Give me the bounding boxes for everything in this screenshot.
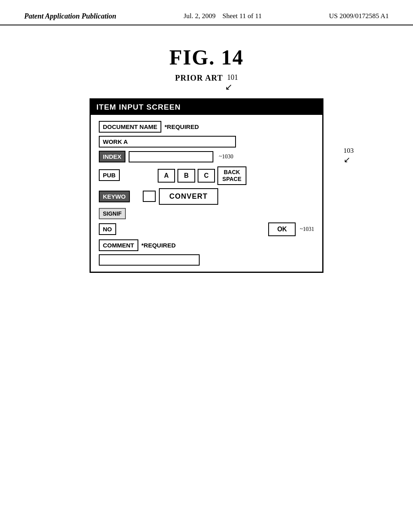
no-label: NO — [99, 223, 116, 235]
keyword-label: KEYWO — [99, 191, 130, 202]
publication-label: Patent Application Publication — [24, 12, 116, 21]
convert-row: CONVERT — [133, 188, 218, 205]
index-label: INDEX — [99, 151, 125, 162]
ref-103: 103 — [344, 147, 354, 155]
comment-required-label: *REQUIRED — [142, 242, 176, 249]
pub-row: PUB A B C BACKSPACE — [99, 166, 314, 185]
arrow-101: ↙ — [225, 82, 232, 92]
ok-ref: ~1031 — [300, 226, 314, 233]
convert-button[interactable]: CONVERT — [159, 188, 218, 205]
doc-name-label: DOCUMENT NAME — [99, 121, 161, 133]
doc-name-row: DOCUMENT NAME *REQUIRED — [99, 121, 314, 133]
ref-101: 101 — [227, 73, 238, 82]
keyword-row: KEYWO CONVERT — [99, 188, 314, 205]
signif-label: SIGNIF — [99, 208, 126, 219]
comment-label: COMMENT — [99, 239, 138, 251]
figure-title: FIG. 14 — [169, 46, 244, 69]
date-sheet-label: Jul. 2, 2009 Sheet 11 of 11 — [184, 12, 262, 20]
dialog-title-bar: ITEM INPUT SCREEN — [91, 100, 322, 115]
index-input[interactable] — [129, 151, 213, 162]
dialog-body: DOCUMENT NAME *REQUIRED INDEX ~1030 PUB — [91, 115, 322, 272]
signif-row: SIGNIF — [99, 208, 314, 219]
sheet-label: Sheet 11 of 11 — [222, 12, 261, 20]
comment-input[interactable] — [99, 254, 200, 266]
item-input-dialog: ITEM INPUT SCREEN DOCUMENT NAME *REQUIRE… — [90, 98, 323, 273]
date-label: Jul. 2, 2009 — [184, 12, 215, 20]
pub-label: PUB — [99, 169, 120, 181]
main-content: FIG. 14 PRIOR ART 101 ↙ 103 ↙ ITEM INPUT… — [0, 29, 413, 289]
key-b-button[interactable]: B — [177, 169, 195, 183]
key-a-button[interactable]: A — [158, 169, 175, 183]
prior-art-label: PRIOR ART — [175, 73, 223, 83]
doc-required-label: *REQUIRED — [165, 123, 199, 130]
keyboard-row: A B C BACKSPACE — [123, 166, 246, 185]
patent-number-label: US 2009/0172585 A1 — [329, 12, 389, 20]
comment-input-row — [99, 254, 314, 266]
ok-button[interactable]: OK — [268, 222, 296, 236]
backspace-button[interactable]: BACKSPACE — [217, 166, 246, 185]
index-ref: ~1030 — [219, 154, 234, 160]
page-header: Patent Application Publication Jul. 2, 2… — [0, 0, 413, 25]
key-c-button[interactable]: C — [198, 169, 215, 183]
dialog-wrapper: 103 ↙ ITEM INPUT SCREEN DOCUMENT NAME *R… — [90, 98, 323, 273]
work-row — [99, 136, 314, 148]
index-row: INDEX ~1030 — [99, 151, 314, 162]
ref-103-container: 103 ↙ — [344, 147, 354, 164]
comment-row: COMMENT *REQUIRED — [99, 239, 314, 251]
arrow-103: ↙ — [344, 155, 354, 164]
no-ok-row: NO OK ~1031 — [99, 222, 314, 236]
work-input[interactable] — [99, 136, 236, 148]
prior-art-section: PRIOR ART 101 ↙ — [175, 73, 238, 92]
convert-small-input[interactable] — [143, 191, 156, 202]
